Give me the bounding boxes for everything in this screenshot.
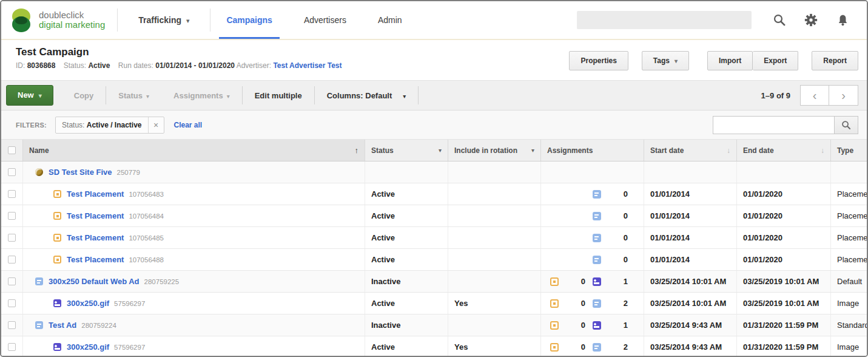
assignment-count: 0 bbox=[610, 189, 628, 199]
column-header-name[interactable]: Name ↑ bbox=[23, 140, 365, 161]
assignments-cell: 0 bbox=[541, 227, 644, 248]
chevron-down-icon: ▾ bbox=[186, 17, 190, 24]
rotation-cell bbox=[448, 249, 541, 270]
table-row-creative: 300x250.gif 57596297 Active Yes 0 2 03/2… bbox=[1, 336, 867, 357]
assignments-dropdown[interactable]: Assignments▾ bbox=[161, 91, 242, 100]
site-icon bbox=[35, 168, 43, 176]
item-name-link[interactable]: Test Placement bbox=[67, 211, 124, 220]
tab-admin[interactable]: Admin bbox=[362, 1, 418, 39]
column-header-assignments[interactable]: Assignments bbox=[541, 140, 644, 161]
column-header-start-date[interactable]: Start date ↓ bbox=[644, 140, 737, 161]
row-checkbox[interactable] bbox=[8, 212, 16, 220]
assignment-count: 1 bbox=[610, 321, 628, 330]
assignments-cell: 0 2 bbox=[541, 293, 644, 314]
item-name-link[interactable]: Test Placement bbox=[67, 233, 124, 242]
column-header-rotation[interactable]: Include in rotation ▾ bbox=[448, 140, 541, 161]
clear-all-link[interactable]: Clear all bbox=[174, 121, 203, 129]
status-dropdown[interactable]: Status▾ bbox=[106, 91, 161, 100]
assignment-count: 0 bbox=[567, 299, 585, 308]
search-icon[interactable] bbox=[764, 8, 795, 32]
column-header-status[interactable]: Status ▾ bbox=[365, 140, 448, 161]
pagination-range: 1–9 of 9 bbox=[761, 91, 790, 100]
columns-dropdown[interactable]: Columns: Default▾ bbox=[315, 91, 419, 100]
status-cell: Active bbox=[365, 336, 448, 357]
row-checkbox[interactable] bbox=[8, 299, 16, 307]
status-cell: Active bbox=[365, 227, 448, 248]
select-all-checkbox[interactable] bbox=[8, 146, 16, 154]
assignment-count: 0 bbox=[567, 277, 585, 286]
rotation-cell: Yes bbox=[448, 336, 541, 357]
item-id: 107056484 bbox=[129, 212, 164, 220]
row-checkbox[interactable] bbox=[8, 343, 16, 351]
bell-icon[interactable] bbox=[827, 8, 858, 32]
gear-icon[interactable] bbox=[795, 8, 827, 32]
nav-trafficking-dropdown[interactable]: Trafficking ▾ bbox=[118, 15, 210, 25]
doubleclick-logo[interactable]: doubleclick digital marketing bbox=[1, 7, 117, 33]
tab-campaigns[interactable]: Campaigns bbox=[210, 1, 288, 39]
creative-assignments-icon bbox=[593, 321, 601, 330]
start-date-cell: 03/25/2014 10:01 AM bbox=[644, 293, 737, 314]
assignments-cell: 0 bbox=[541, 205, 644, 226]
item-id: 107056483 bbox=[129, 191, 164, 198]
report-button[interactable]: Report bbox=[812, 51, 858, 70]
row-checkbox[interactable] bbox=[8, 168, 16, 176]
column-header-end-date[interactable]: End date ↓ bbox=[737, 140, 831, 161]
tags-button[interactable]: Tags▾ bbox=[642, 51, 689, 70]
ad-icon bbox=[35, 321, 43, 329]
assignment-count: 0 bbox=[610, 255, 628, 264]
row-checkbox[interactable] bbox=[8, 277, 16, 285]
start-date-cell: 03/25/2014 9:43 AM bbox=[644, 336, 737, 357]
item-id: 107056485 bbox=[129, 234, 164, 242]
tab-advertisers[interactable]: Advertisers bbox=[288, 1, 362, 39]
row-checkbox[interactable] bbox=[8, 256, 16, 264]
status-cell: Active bbox=[365, 205, 448, 226]
table-search-button[interactable] bbox=[834, 116, 858, 134]
campaign-status: Active bbox=[88, 61, 110, 70]
placement-assignments-icon bbox=[550, 343, 559, 352]
item-name-link[interactable]: 300x250 Default Web Ad bbox=[49, 277, 140, 286]
assignments-cell: 0 bbox=[541, 183, 644, 205]
import-button[interactable]: Import bbox=[707, 51, 753, 70]
placement-icon bbox=[53, 190, 61, 198]
export-button[interactable]: Export bbox=[753, 51, 798, 70]
search-icon bbox=[841, 120, 851, 130]
item-name-link[interactable]: 300x250.gif bbox=[67, 299, 109, 308]
item-id: 107056488 bbox=[129, 256, 164, 264]
end-date-cell: 01/01/2020 bbox=[737, 183, 831, 205]
assignment-count: 0 bbox=[610, 211, 628, 220]
table-search-input[interactable] bbox=[713, 116, 834, 134]
assignments-cell: 0 bbox=[541, 249, 644, 270]
filter-chip-status: Status: Active / Inactive × bbox=[55, 117, 164, 134]
row-checkbox[interactable] bbox=[8, 234, 16, 242]
status-cell bbox=[365, 162, 448, 183]
advertiser-link[interactable]: Test Advertiser Test bbox=[273, 61, 341, 70]
item-name-link[interactable]: Test Placement bbox=[67, 189, 124, 199]
table-row-placement: Test Placement 107056483 Active 0 01/01/… bbox=[1, 183, 867, 205]
table-row-placement: Test Placement 107056488 Active 0 01/01/… bbox=[1, 249, 867, 271]
status-cell: Inactive bbox=[365, 271, 448, 292]
sort-ascending-icon: ↑ bbox=[355, 146, 359, 155]
next-page-button[interactable]: › bbox=[829, 85, 858, 106]
type-cell: Image bbox=[831, 293, 867, 314]
status-cell: Inactive bbox=[365, 314, 448, 336]
edit-multiple-button[interactable]: Edit multiple bbox=[243, 91, 314, 100]
item-name-link[interactable]: Test Ad bbox=[49, 321, 76, 330]
column-header-type[interactable]: Type bbox=[831, 140, 867, 161]
end-date-cell: 03/25/2019 10:01 AM bbox=[737, 271, 831, 292]
status-cell: Active bbox=[365, 249, 448, 270]
row-checkbox[interactable] bbox=[8, 321, 16, 329]
filters-bar: FILTERS: Status: Active / Inactive × Cle… bbox=[1, 110, 867, 140]
item-name-link[interactable]: Test Placement bbox=[67, 255, 124, 264]
item-name-link[interactable]: SD Test Site Five bbox=[49, 168, 112, 177]
prev-page-button[interactable]: ‹ bbox=[800, 85, 829, 106]
table-row-ad: Test Ad 280759224 Inactive 0 1 03/25/201… bbox=[1, 314, 867, 336]
account-info-redacted bbox=[577, 11, 752, 29]
properties-button[interactable]: Properties bbox=[569, 51, 628, 70]
remove-filter-icon[interactable]: × bbox=[148, 117, 164, 133]
campaign-header: Test Campaign ID: 8036868 Status: Active… bbox=[1, 40, 867, 80]
new-button[interactable]: New▾ bbox=[6, 85, 53, 106]
row-checkbox[interactable] bbox=[8, 190, 16, 198]
rotation-cell bbox=[448, 183, 541, 205]
item-name-link[interactable]: 300x250.gif bbox=[67, 342, 109, 352]
copy-button[interactable]: Copy bbox=[62, 91, 106, 100]
